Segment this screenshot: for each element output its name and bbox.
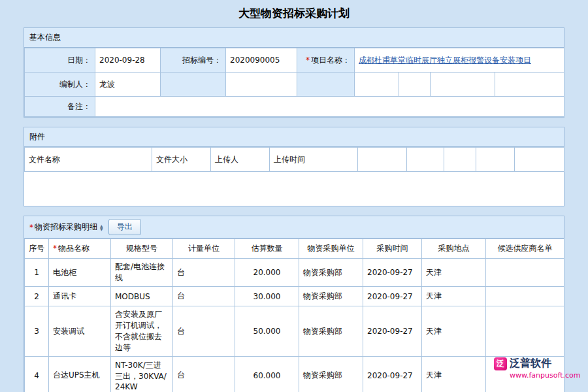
author-label: 编制人： xyxy=(25,73,95,97)
cell-qty: 20.000 xyxy=(235,259,299,287)
attachment-col-filename: 文件名称 xyxy=(25,148,152,172)
cell-suppliers xyxy=(486,306,564,357)
cell-item-name: 安装调试 xyxy=(49,306,111,357)
project-name-label-cell: *项目名称： xyxy=(297,48,355,73)
bid-number-value: 2020090005 xyxy=(226,48,297,73)
cell-spec: NT-30K/三进三出，30KVA/24KW xyxy=(111,357,173,392)
empty-cell xyxy=(444,148,476,172)
empty-cell xyxy=(476,148,515,172)
cell-spec: MODBUS xyxy=(111,287,173,306)
empty-cell xyxy=(515,148,564,172)
required-asterisk: * xyxy=(306,56,310,65)
empty-cell xyxy=(399,73,431,97)
col-spec: 规格型号 xyxy=(111,239,173,259)
empty-cell xyxy=(358,148,407,172)
cell-item-name: 通讯卡 xyxy=(49,287,111,306)
details-section-header: * 物资招标采购明细 ▲ ▼ 导出 xyxy=(24,216,564,238)
project-name-label: 项目名称： xyxy=(311,56,350,65)
cell-unit: 台 xyxy=(173,287,235,306)
attachment-col-filesize: 文件大小 xyxy=(152,148,211,172)
details-table: 序号 *物品名称 规格型号 计量单位 估算数量 物资采购单位 采购时间 采购地点… xyxy=(24,238,564,392)
basic-info-panel: 基本信息 日期： 2020-09-28 招标编号： 2020090005 *项目… xyxy=(24,27,564,118)
col-dept: 物资采购单位 xyxy=(299,239,363,259)
details-header-row: 序号 *物品名称 规格型号 计量单位 估算数量 物资采购单位 采购时间 采购地点… xyxy=(25,239,564,259)
cell-spec: 配套/电池连接线 xyxy=(111,259,173,287)
cell-qty: 60.000 xyxy=(235,357,299,392)
empty-cell xyxy=(161,73,226,97)
table-row: 1 电池柜 配套/电池连接线 台 20.000 物资采购部 2020-09-27… xyxy=(25,259,564,287)
col-item-name-label: 物品名称 xyxy=(58,244,90,253)
attachments-empty-area xyxy=(24,172,564,206)
basic-info-section-title: 基本信息 xyxy=(29,32,61,43)
col-place: 采购地点 xyxy=(422,239,486,259)
empty-cell xyxy=(226,73,297,97)
fanpu-logo-icon: 泛 xyxy=(494,357,507,370)
attachment-col-uploader: 上传人 xyxy=(211,148,270,172)
remark-value xyxy=(95,97,564,117)
col-qty: 估算数量 xyxy=(235,239,299,259)
cell-place: 天津 xyxy=(422,357,486,392)
sort-down-icon: ▼ xyxy=(100,227,103,231)
table-row: 3 安装调试 含安装及原厂开订机调试，不含就位搬去边等 台 50.000 物资采… xyxy=(25,306,564,357)
col-item-name: *物品名称 xyxy=(49,239,111,259)
cell-time: 2020-09-27 xyxy=(363,259,422,287)
basic-info-section-header: 基本信息 xyxy=(24,28,564,48)
bid-number-label: 招标编号： xyxy=(161,48,226,73)
cell-place: 天津 xyxy=(422,259,486,287)
cell-dept: 物资采购部 xyxy=(299,357,363,392)
cell-time: 2020-09-27 xyxy=(363,357,422,392)
cell-place: 天津 xyxy=(422,306,486,357)
vendor-brand-name: 泛普软件 xyxy=(510,357,551,370)
cell-item-name: 台达UPS主机 xyxy=(49,357,111,392)
author-value: 龙波 xyxy=(95,73,161,97)
required-asterisk: * xyxy=(29,223,33,232)
cell-qty: 50.000 xyxy=(235,306,299,357)
details-section-title: 物资招标采购明细 xyxy=(35,221,97,233)
details-panel: * 物资招标采购明细 ▲ ▼ 导出 序号 *物品名称 规格型号 计量单位 估算数… xyxy=(24,216,564,392)
cell-qty: 30.000 xyxy=(235,287,299,306)
project-name-cell: 成都杜甫草堂临时展厅独立展柜报警设备安装项目 xyxy=(355,48,564,73)
sort-icon[interactable]: ▲ ▼ xyxy=(100,224,103,231)
cell-spec: 含安装及原厂开订机调试，不含就位搬去边等 xyxy=(111,306,173,357)
empty-cell xyxy=(431,73,495,97)
col-no: 序号 xyxy=(25,239,49,259)
cell-dept: 物资采购部 xyxy=(299,306,363,357)
page-title: 大型物资招标采购计划 xyxy=(0,0,588,27)
col-unit: 计量单位 xyxy=(173,239,235,259)
cell-place: 天津 xyxy=(422,287,486,306)
cell-suppliers xyxy=(486,259,564,287)
cell-suppliers xyxy=(486,287,564,306)
cell-unit: 台 xyxy=(173,306,235,357)
cell-unit: 台 xyxy=(173,357,235,392)
vendor-watermark: 泛 泛普软件 www.fanpusoft.com xyxy=(494,357,579,380)
attachments-section-header: 附件 xyxy=(24,127,564,147)
remark-label: 备注： xyxy=(25,97,95,117)
empty-cell xyxy=(495,73,564,97)
table-row: 2 通讯卡 MODBUS 台 30.000 物资采购部 2020-09-27 天… xyxy=(25,287,564,306)
attachments-section-title: 附件 xyxy=(29,131,45,142)
empty-cell xyxy=(407,148,444,172)
empty-cell xyxy=(297,73,355,97)
cell-item-name: 电池柜 xyxy=(49,259,111,287)
cell-no: 4 xyxy=(25,357,49,392)
export-button[interactable]: 导出 xyxy=(108,219,141,235)
cell-no: 1 xyxy=(25,259,49,287)
attachments-panel: 附件 文件名称 文件大小 上传人 上传时间 xyxy=(24,127,564,206)
cell-no: 3 xyxy=(25,306,49,357)
attachment-col-uploadtime: 上传时间 xyxy=(270,148,358,172)
col-time: 采购时间 xyxy=(363,239,422,259)
empty-cell xyxy=(355,73,399,97)
table-row: 4 台达UPS主机 NT-30K/三进三出，30KVA/24KW 台 60.00… xyxy=(25,357,564,392)
basic-info-table: 日期： 2020-09-28 招标编号： 2020090005 *项目名称： 成… xyxy=(24,48,564,117)
cell-unit: 台 xyxy=(173,259,235,287)
cell-time: 2020-09-27 xyxy=(363,287,422,306)
cell-time: 2020-09-27 xyxy=(363,306,422,357)
vendor-url: www.fanpusoft.com xyxy=(494,371,579,380)
cell-no: 2 xyxy=(25,287,49,306)
project-name-link[interactable]: 成都杜甫草堂临时展厅独立展柜报警设备安装项目 xyxy=(359,56,531,65)
cell-dept: 物资采购部 xyxy=(299,259,363,287)
attachments-table: 文件名称 文件大小 上传人 上传时间 xyxy=(24,147,564,172)
date-value: 2020-09-28 xyxy=(95,48,161,73)
required-asterisk: * xyxy=(53,244,57,253)
cell-dept: 物资采购部 xyxy=(299,287,363,306)
